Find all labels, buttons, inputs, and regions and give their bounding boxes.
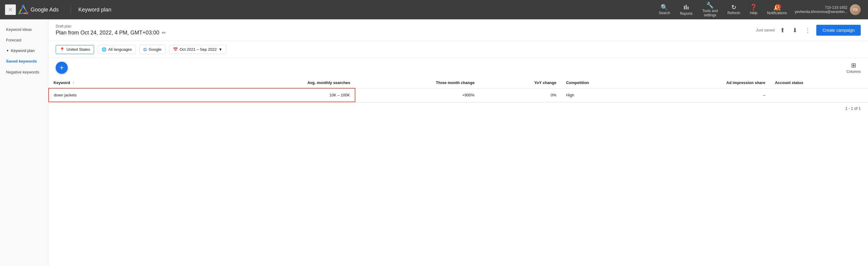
avatar: YK <box>850 4 861 15</box>
col-header-ad-impression: Ad impression share <box>645 77 770 88</box>
share-button[interactable]: ⬆ <box>778 25 787 36</box>
table-body: down jackets 10K – 100K +900% 0% High – <box>49 88 868 102</box>
sidebar-item-keyword-ideas[interactable]: Keyword ideas <box>0 24 48 35</box>
competition-cell: High <box>561 88 645 102</box>
reports-nav-label: Reports <box>680 11 692 16</box>
more-icon: ⋮ <box>805 27 811 34</box>
columns-icon: ⊞ <box>851 62 856 69</box>
reports-icon <box>683 4 689 11</box>
svg-rect-5 <box>684 6 685 9</box>
plan-header-right: Just saved ⬆ ⬇ ⋮ Create campaign <box>756 25 861 36</box>
user-email: yevheniia.khromova@serankin... <box>795 10 847 14</box>
network-label: Google <box>149 47 161 52</box>
plan-title-text: Plan from Oct 24, 2022, 4 PM, GMT+03:00 <box>56 30 159 36</box>
col-header-keyword: Keyword ↑ <box>49 77 220 88</box>
dropdown-icon: ▼ <box>219 47 223 52</box>
svg-rect-6 <box>686 5 687 9</box>
col-header-competition: Competition <box>561 77 645 88</box>
search-icon: 🔍 <box>660 4 668 10</box>
download-button[interactable]: ⬇ <box>790 25 799 36</box>
refresh-nav-label: Refresh <box>727 11 740 15</box>
share-icon: ⬆ <box>780 27 785 34</box>
notification-wrapper: 🔔 1 <box>773 4 781 10</box>
avg-monthly-cell: 10K – 100K <box>220 88 355 102</box>
reports-nav-button[interactable]: Reports <box>676 2 697 18</box>
sidebar: Keyword ideas Forecast ▼ Keyword plan Sa… <box>0 19 49 266</box>
filters-bar: 📍 United States 🌐 All languages G Google… <box>49 41 868 58</box>
pagination-label: 1 - 1 of 1 <box>845 106 861 111</box>
toolbar: + ⊞ Columns <box>49 58 868 77</box>
three-month-cell: +900% <box>355 88 479 102</box>
plan-header: Draft plan Plan from Oct 24, 2022, 4 PM,… <box>49 19 868 41</box>
refresh-icon: ↻ <box>731 4 737 10</box>
chevron-down-icon: ▼ <box>6 49 9 52</box>
sidebar-item-forecast[interactable]: Forecast <box>0 35 48 45</box>
location-icon: 📍 <box>60 47 65 52</box>
sidebar-item-saved-keywords[interactable]: Saved keywords <box>0 56 48 67</box>
keyword-col-label: Keyword <box>54 80 70 85</box>
edit-icon[interactable]: ✏ <box>162 30 166 36</box>
tools-nav-button[interactable]: 🔧 Tools andsettings <box>698 0 722 19</box>
page-title: Keyword plan <box>78 7 652 13</box>
sidebar-item-keyword-ideas-label: Keyword ideas <box>6 27 32 32</box>
col-header-account-status: Account status <box>770 77 868 88</box>
app-logo: Google Ads <box>19 5 59 14</box>
date-range-filter[interactable]: 📅 Oct 2021 – Sep 2022 ▼ <box>169 45 226 54</box>
plan-header-left: Draft plan Plan from Oct 24, 2022, 4 PM,… <box>56 24 166 36</box>
notifications-nav-button[interactable]: 🔔 1 Notifications <box>763 2 791 17</box>
create-campaign-button[interactable]: Create campaign <box>816 25 861 36</box>
yoy-change-cell: 0% <box>479 88 561 102</box>
pagination: 1 - 1 of 1 <box>49 102 868 114</box>
google-ads-logo-icon <box>19 5 28 14</box>
just-saved-label: Just saved <box>756 28 775 32</box>
table-header: Keyword ↑ Avg. monthly searches Three mo… <box>49 77 868 88</box>
add-keyword-button[interactable]: + <box>56 62 68 74</box>
tools-nav-label: Tools andsettings <box>702 9 718 17</box>
user-section[interactable]: 710-133-1652 yevheniia.khromova@serankin… <box>793 4 863 15</box>
account-status-cell <box>770 88 868 102</box>
search-nav-label: Search <box>659 11 670 15</box>
language-filter[interactable]: 🌐 All languages <box>98 45 136 54</box>
plan-title: Plan from Oct 24, 2022, 4 PM, GMT+03:00 … <box>56 30 166 36</box>
location-label: United States <box>66 47 90 52</box>
top-navigation: ✕ Google Ads Keyword plan 🔍 Search <box>0 0 868 19</box>
calendar-icon: 📅 <box>173 47 178 52</box>
keywords-table: Keyword ↑ Avg. monthly searches Three mo… <box>49 77 868 102</box>
svg-point-4 <box>22 5 25 7</box>
location-filter[interactable]: 📍 United States <box>56 45 94 54</box>
app-name-label: Google Ads <box>31 7 59 13</box>
columns-label: Columns <box>846 69 861 74</box>
search-nav-button[interactable]: 🔍 Search <box>654 2 675 17</box>
language-icon: 🌐 <box>102 47 106 52</box>
keyword-cell: down jackets <box>49 88 220 102</box>
sidebar-item-negative-keywords-label: Negative keywords <box>6 69 39 75</box>
sidebar-item-negative-keywords[interactable]: Negative keywords <box>0 67 48 78</box>
sidebar-item-keyword-plan-label: Keyword plan <box>11 48 35 53</box>
table-row[interactable]: down jackets 10K – 100K +900% 0% High – <box>49 88 868 102</box>
nav-divider <box>71 4 71 15</box>
sort-ascending-icon[interactable]: ↑ <box>72 81 74 85</box>
col-header-avg-monthly: Avg. monthly searches <box>220 77 355 88</box>
network-filter[interactable]: G Google <box>140 45 165 54</box>
help-nav-label: Help <box>750 11 757 15</box>
sidebar-item-forecast-label: Forecast <box>6 38 22 42</box>
notifications-nav-label: Notifications <box>767 11 787 15</box>
content-area: Draft plan Plan from Oct 24, 2022, 4 PM,… <box>49 19 868 266</box>
help-icon: ❓ <box>750 4 757 10</box>
user-info: 710-133-1652 yevheniia.khromova@serankin… <box>795 5 847 14</box>
svg-rect-7 <box>687 7 689 9</box>
refresh-nav-button[interactable]: ↻ Refresh <box>723 2 744 17</box>
close-button[interactable]: ✕ <box>5 4 16 15</box>
columns-button[interactable]: ⊞ Columns <box>846 62 861 74</box>
ad-impression-cell: – <box>645 88 770 102</box>
sidebar-item-saved-keywords-label: Saved keywords <box>6 59 37 64</box>
date-range-label: Oct 2021 – Sep 2022 <box>180 47 217 52</box>
download-icon: ⬇ <box>793 27 798 34</box>
language-label: All languages <box>108 47 132 52</box>
tools-icon: 🔧 <box>706 2 714 8</box>
more-options-button[interactable]: ⋮ <box>803 25 813 36</box>
user-phone: 710-133-1652 <box>825 5 847 10</box>
help-nav-button[interactable]: ❓ Help <box>745 2 762 17</box>
col-header-three-month: Three month change <box>355 77 479 88</box>
sidebar-item-keyword-plan[interactable]: ▼ Keyword plan <box>0 45 48 56</box>
